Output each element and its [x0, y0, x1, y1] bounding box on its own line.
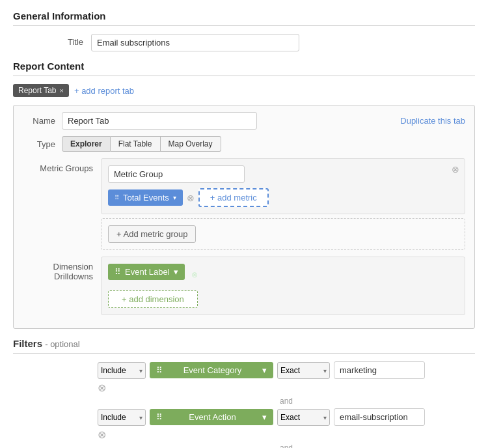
metric-groups-label: Metric Groups — [23, 158, 101, 173]
metric-total-events-pill[interactable]: ⠿ Total Events ▾ — [108, 189, 183, 206]
exact-select-wrapper-1: Exact Contains Starts with — [277, 362, 330, 379]
filters-section: Filters - optional Include Exclude ⠿ Eve… — [13, 338, 475, 448]
title-row: Title — [13, 34, 475, 51]
type-row: Type Explorer Flat Table Map Overlay — [23, 136, 465, 152]
metric-pill-remove-icon[interactable]: ⊗ — [187, 193, 195, 203]
add-metric-button[interactable]: + add metric — [198, 188, 269, 207]
metric-pill-arrow-icon: ▾ — [173, 194, 176, 201]
tabs-bar: Report Tab × + add report tab — [13, 84, 475, 97]
filter-and-1: and — [13, 397, 475, 406]
type-buttons: Explorer Flat Table Map Overlay — [62, 136, 221, 152]
include-select-wrapper-1: Include Exclude — [98, 362, 146, 379]
filter-cat-arrow-icon: ▾ — [262, 365, 267, 375]
include-select-1[interactable]: Include Exclude — [98, 362, 146, 379]
add-metric-group-area: + Add metric group — [101, 218, 465, 250]
dimension-area: ⠿ Event Label ▾ ⊗ + add dimension — [101, 257, 465, 315]
duplicate-tab-link[interactable]: Duplicate this tab — [400, 116, 465, 126]
include-select-2[interactable]: Include Exclude — [98, 409, 146, 426]
exact-select-1[interactable]: Exact Contains Starts with — [277, 362, 330, 379]
metric-grid-icon: ⠿ — [115, 194, 119, 201]
filter-value-input-2[interactable] — [334, 408, 425, 426]
type-flat-table-btn[interactable]: Flat Table — [111, 136, 161, 152]
title-input[interactable] — [91, 34, 299, 51]
filter-2-close-icon[interactable]: ⊗ — [98, 429, 106, 440]
metric-group-box: ⊗ ⠿ Total Events ▾ ⊗ + add metric — [101, 158, 465, 214]
metric-group-close-icon[interactable]: ⊗ — [452, 164, 459, 175]
name-row: Name Duplicate this tab — [23, 112, 465, 130]
filter-act-arrow-icon: ▾ — [262, 412, 267, 422]
filters-title: Filters - optional — [13, 338, 475, 354]
type-explorer-btn[interactable]: Explorer — [62, 136, 111, 152]
name-input[interactable] — [62, 112, 257, 130]
filter-1-close-icon[interactable]: ⊗ — [98, 382, 106, 393]
exact-select-wrapper-2: Exact Contains Starts with — [277, 409, 330, 426]
metric-groups-area: ⊗ ⠿ Total Events ▾ ⊗ + add metric + Add … — [101, 158, 465, 250]
general-info-section: General Information Title — [13, 10, 475, 51]
dimension-box: ⠿ Event Label ▾ ⊗ + add dimension — [101, 257, 465, 315]
filter-category-label-2: Event Action — [189, 412, 236, 422]
filter-2-close-area: ⊗ — [13, 428, 475, 441]
title-label: Title — [13, 34, 91, 47]
add-report-tab-link[interactable]: + add report tab — [74, 86, 134, 96]
metric-row: ⠿ Total Events ▾ ⊗ + add metric — [108, 188, 458, 207]
report-tab-pill[interactable]: Report Tab × — [13, 84, 69, 97]
add-metric-group-button[interactable]: + Add metric group — [108, 225, 196, 243]
report-content-section: Report Content Report Tab × + add report… — [13, 61, 475, 329]
metric-groups-row: Metric Groups ⊗ ⠿ Total Events ▾ ⊗ + add… — [23, 158, 465, 250]
metric-pill-label: Total Events — [123, 193, 169, 203]
filter-category-label-1: Event Category — [183, 365, 242, 375]
filter-row-2: Include Exclude ⠿ Event Action ▾ Exact C… — [13, 408, 475, 426]
dimension-event-label-pill[interactable]: ⠿ Event Label ▾ — [108, 264, 185, 280]
dim-grid-icon: ⠿ — [115, 267, 121, 277]
exact-select-2[interactable]: Exact Contains Starts with — [277, 409, 330, 426]
dimension-drilldowns-row: Dimension Drilldowns ⠿ Event Label ▾ ⊗ +… — [23, 257, 465, 315]
filter-value-input-1[interactable] — [334, 361, 425, 379]
type-map-overlay-btn[interactable]: Map Overlay — [161, 136, 221, 152]
filters-title-text: Filters — [13, 338, 42, 349]
tab-pill-label: Report Tab — [18, 86, 56, 95]
add-dimension-button[interactable]: + add dimension — [108, 290, 198, 308]
filter-cat-grid-icon: ⠿ — [156, 365, 163, 375]
filter-and-2: and — [13, 443, 475, 448]
title-control — [91, 34, 475, 51]
tab-close-icon[interactable]: × — [59, 87, 63, 94]
tab-panel: Name Duplicate this tab Type Explorer Fl… — [13, 105, 475, 329]
event-action-select-2[interactable]: ⠿ Event Action ▾ — [150, 409, 273, 425]
filter-1-close-area: ⊗ — [13, 382, 475, 394]
event-category-select-1[interactable]: ⠿ Event Category ▾ — [150, 362, 273, 378]
dim-pill-label: Event Label — [125, 267, 170, 277]
general-info-title: General Information — [13, 10, 475, 26]
dimension-pill-close-icon[interactable]: ⊗ — [191, 270, 198, 279]
filter-act-grid-icon: ⠿ — [156, 412, 163, 422]
type-label: Type — [23, 139, 62, 149]
filter-row-1: Include Exclude ⠿ Event Category ▾ Exact… — [13, 361, 475, 379]
dimension-drilldowns-label: Dimension Drilldowns — [23, 257, 101, 281]
filters-optional-text: - optional — [45, 339, 79, 349]
dim-pill-arrow-icon: ▾ — [174, 267, 178, 277]
name-label: Name — [23, 116, 62, 126]
metric-group-name-input[interactable] — [108, 165, 245, 183]
dimension-pill-row: ⠿ Event Label ▾ ⊗ — [108, 264, 458, 285]
include-select-wrapper-2: Include Exclude — [98, 409, 146, 426]
report-content-title: Report Content — [13, 61, 475, 76]
